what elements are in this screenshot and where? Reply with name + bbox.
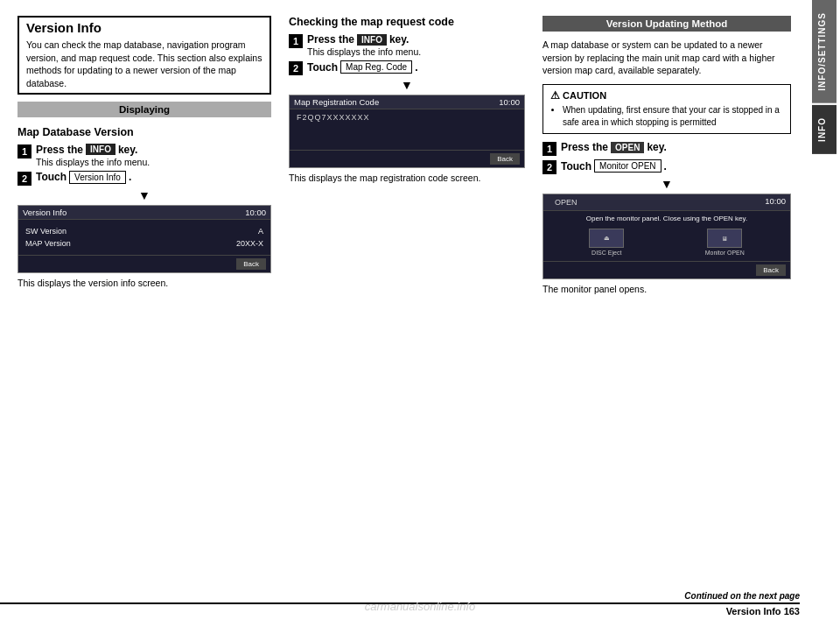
right-column: Version Updating Method A map database o… <box>542 16 791 585</box>
mid-step-1: 1 Press the INFO key. This displays the … <box>289 33 525 57</box>
left-column: Version Info You can check the map datab… <box>18 16 271 585</box>
step-2-content: Touch Version Info . <box>36 171 271 184</box>
open-screen: OPEN 10:00 Open the monitor panel. Close… <box>542 194 791 279</box>
back-button-2: Back <box>490 153 520 165</box>
step-num-1: 1 <box>18 144 32 159</box>
screen-open-text: Open the monitor panel. Close using the … <box>549 215 785 223</box>
map-reg-button: Map Reg. Code <box>340 60 412 74</box>
mid-step-2-content: Touch Map Reg. Code . <box>307 60 525 74</box>
disc-eject-label: DISC Eject <box>592 250 621 256</box>
sidebar-tab-info[interactable]: INFO <box>812 105 836 154</box>
step-num-2: 2 <box>18 172 32 186</box>
screen-footer-3: Back <box>543 261 790 278</box>
caution-box: CAUTION When updating, first ensure that… <box>542 84 791 134</box>
step-1-text: Press the <box>36 144 83 156</box>
right-step-1: 1 Press the OPEN key. <box>542 141 791 156</box>
screen-title-1: Version Info <box>23 208 66 217</box>
screen-row-2: MAP Version 20XX-X <box>25 237 263 250</box>
caution-item: When updating, first ensure that your ca… <box>563 104 783 129</box>
right-step-2-text: Touch <box>561 160 592 173</box>
screen-body-1: SW Version A MAP Version 20XX-X <box>18 220 270 255</box>
map-reg-code: F2QQ7XXXXXXX <box>290 109 524 123</box>
map-version-value: 20XX-X <box>236 239 263 248</box>
caption-2: This displays the map registration code … <box>289 172 525 185</box>
back-button-3: Back <box>756 264 786 276</box>
screen-footer-1: Back <box>18 255 270 272</box>
checking-header: Checking the map request code <box>289 16 525 28</box>
mid-step-2-period: . <box>415 61 417 74</box>
disc-eject-icon: ⏏ <box>589 229 624 248</box>
mid-step-num-2: 2 <box>289 61 303 75</box>
version-info-button: Version Info <box>69 171 126 184</box>
caption-1: This displays the version info screen. <box>18 277 271 290</box>
mid-step-1-suffix: key. <box>389 33 409 46</box>
disc-icon-symbol: ⏏ <box>604 235 610 242</box>
monitor-open-button: Monitor OPEN <box>594 159 661 173</box>
info-button-1: INFO <box>86 144 116 155</box>
sidebar-tabs: INFO/SETTINGS INFO <box>808 0 840 620</box>
right-step-1-text: Press the <box>561 141 608 153</box>
step-1-main: Press the INFO key. <box>36 144 271 156</box>
screen-open-icons: ⏏ DISC Eject 🖥 Monitor OPEN <box>549 227 785 257</box>
mid-step-1-content: Press the INFO key. This displays the in… <box>307 33 525 57</box>
screen-header-2: Map Registration Code 10:00 <box>290 95 524 109</box>
monitor-open-item: 🖥 Monitor OPEN <box>705 229 745 256</box>
triangle-indicator-2: ▼ <box>289 79 525 91</box>
step-2-text: Touch <box>36 171 66 183</box>
right-step-2: 2 Touch Monitor OPEN . <box>542 159 791 174</box>
screen-footer-2: Back <box>290 150 524 167</box>
watermark: carmanualsonline.info <box>365 600 475 613</box>
step-1: 1 Press the INFO key. This displays the … <box>18 144 271 167</box>
continued-text: Continued on the next page <box>684 591 800 601</box>
screen-header-3: OPEN 10:00 <box>543 194 790 211</box>
sidebar-tab-info-settings[interactable]: INFO/SETTINGS <box>812 0 836 103</box>
screen-open-body: Open the monitor panel. Close using the … <box>543 211 790 261</box>
caption-3: The monitor panel opens. <box>542 283 791 296</box>
step-1-sub: This displays the info menu. <box>36 157 271 167</box>
sw-version-label: SW Version <box>25 227 66 236</box>
right-step-num-1: 1 <box>542 142 556 156</box>
monitor-open-label: Monitor OPEN <box>705 250 745 256</box>
version-update-header: Version Updating Method <box>542 16 791 32</box>
monitor-open-icon: 🖥 <box>707 229 742 248</box>
right-step-1-main: Press the OPEN key. <box>561 141 791 153</box>
mid-step-1-sub: This displays the info menu. <box>307 46 525 57</box>
section-intro: You can check the map database, navigati… <box>26 39 262 90</box>
mid-step-2-main: Touch Map Reg. Code . <box>307 60 525 74</box>
mid-step-num-1: 1 <box>289 34 303 48</box>
displaying-header: Displaying <box>18 102 271 117</box>
map-db-title: Map Database Version <box>18 126 271 138</box>
page-container: Version Info You can check the map datab… <box>0 0 840 620</box>
columns-layout: Version Info You can check the map datab… <box>18 16 791 585</box>
screen-title-2: Map Registration Code <box>294 97 379 107</box>
right-step-1-suffix: key. <box>647 141 666 153</box>
disc-eject-item: ⏏ DISC Eject <box>589 229 624 256</box>
screen-open-label: OPEN <box>548 196 584 208</box>
right-step-1-content: Press the OPEN key. <box>561 141 791 153</box>
screen-time-2: 10:00 <box>499 97 520 107</box>
caution-list: When updating, first ensure that your ca… <box>550 104 783 129</box>
version-info-screen: Version Info 10:00 SW Version A MAP Vers… <box>18 205 271 273</box>
right-step-2-main: Touch Monitor OPEN . <box>561 159 791 173</box>
page-info: Version Info 163 <box>726 606 800 616</box>
screen-row-1: SW Version A <box>25 225 263 237</box>
screen-time-3: 10:00 <box>765 196 786 208</box>
step-2: 2 Touch Version Info . <box>18 171 271 186</box>
mid-step-2-text: Touch <box>307 61 338 74</box>
open-button: OPEN <box>611 142 644 153</box>
triangle-indicator-1: ▼ <box>18 189 271 201</box>
map-version-label: MAP Version <box>25 239 71 248</box>
main-content: Version Info You can check the map datab… <box>0 0 808 620</box>
sw-version-value: A <box>258 227 263 236</box>
screen-header-1: Version Info 10:00 <box>18 206 270 220</box>
step-2-main: Touch Version Info . <box>36 171 271 184</box>
version-info-box: Version Info You can check the map datab… <box>18 16 271 95</box>
step-1-suffix: key. <box>118 144 137 156</box>
right-step-2-content: Touch Monitor OPEN . <box>561 159 791 173</box>
info-button-mid: INFO <box>357 34 387 46</box>
mid-step-2: 2 Touch Map Reg. Code . <box>289 60 525 75</box>
back-button-1: Back <box>236 258 266 270</box>
map-reg-screen: Map Registration Code 10:00 F2QQ7XXXXXXX… <box>289 95 525 168</box>
mid-step-1-text: Press the <box>307 33 354 46</box>
middle-column: Checking the map request code 1 Press th… <box>289 16 525 585</box>
